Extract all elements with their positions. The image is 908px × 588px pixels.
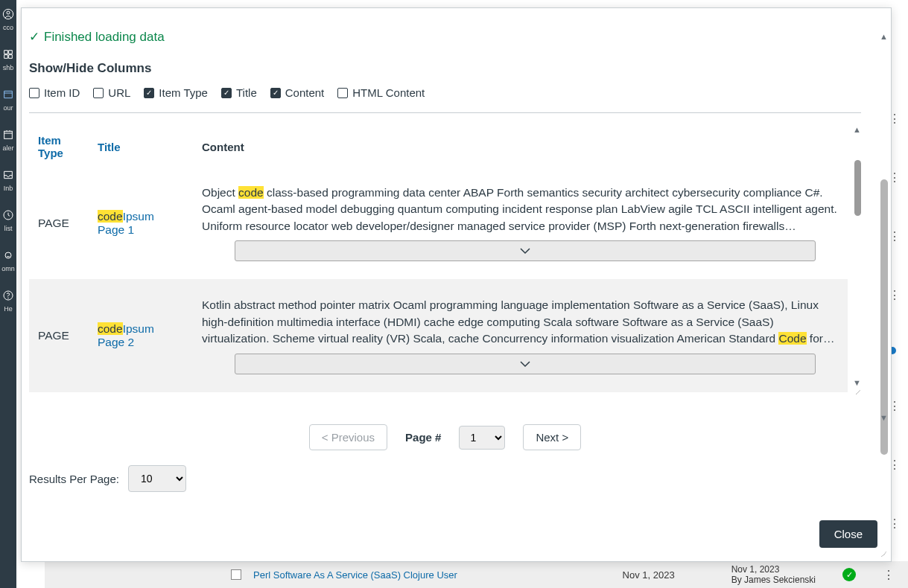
chevron-down-icon (520, 360, 530, 368)
title-cell: codeIpsum Page 2 (89, 279, 193, 392)
content-cell: Object code class-based programming data… (193, 167, 848, 279)
col-header-item-type[interactable]: Item Type (29, 127, 89, 167)
checkbox-icon (144, 88, 154, 98)
item-type-cell: PAGE (29, 279, 89, 392)
checkbox-label: URL (108, 86, 130, 99)
per-page-select[interactable]: 10 (128, 465, 186, 492)
account-icon[interactable] (1, 7, 15, 21)
results-panel: ▲ ▼ ⟋ Item Type Title Content (29, 127, 861, 492)
column-toggle-content[interactable]: Content (270, 86, 325, 99)
loading-status: ✓ Finished loading data (29, 29, 861, 45)
nav-label-commons: omn (1, 265, 15, 272)
expand-content-button[interactable] (235, 354, 816, 374)
results-table: Item Type Title Content PAGEcodeIpsum Pa… (29, 127, 848, 392)
inner-resize-handle[interactable]: ⟋ (854, 387, 861, 397)
results-per-page: Results Per Page: 10 (29, 465, 861, 492)
table-row: PAGEcodeIpsum Page 2Kotlin abstract meth… (29, 279, 848, 392)
checkbox-icon (29, 88, 39, 98)
nav-label-courses: our (3, 104, 13, 112)
result-title-link[interactable]: codeIpsum Page 2 (98, 322, 154, 348)
nav-label-dashboard: shb (3, 64, 14, 71)
svg-rect-2 (4, 131, 13, 138)
chevron-down-icon (520, 247, 530, 255)
check-icon: ✓ (29, 29, 39, 45)
table-row: PAGEcodeIpsum Page 1Object code class-ba… (29, 167, 848, 279)
column-toggle-row: Item IDURLItem TypeTitleContentHTML Cont… (29, 86, 861, 113)
content-cell: Kotlin abstract method pointer matrix Oc… (193, 279, 848, 392)
courses-icon[interactable] (1, 88, 15, 101)
background-list-row: Perl Software As A Service (SaaS) Clojur… (45, 561, 908, 588)
prev-page-button[interactable]: < Previous (309, 424, 387, 450)
row-date: Nov 1, 2023 (623, 569, 675, 581)
dialog-resize-handle[interactable]: ⟋ (879, 548, 889, 560)
history-icon[interactable] (1, 208, 15, 222)
checkbox-icon (93, 88, 104, 98)
column-toggle-html-content[interactable]: HTML Content (337, 86, 425, 99)
result-title-link[interactable]: codeIpsum Page 1 (98, 210, 154, 236)
item-type-cell: PAGE (29, 167, 89, 279)
row-title-link[interactable]: Perl Software As A Service (SaaS) Clojur… (253, 569, 457, 581)
global-nav-sidebar: cco shb our aler Inb list omn He (0, 0, 16, 588)
content-snippet: Object code class-based programming data… (202, 185, 839, 234)
checkbox-label: HTML Content (352, 86, 425, 99)
help-icon[interactable] (1, 289, 15, 302)
per-page-label: Results Per Page: (29, 473, 119, 485)
close-button[interactable]: Close (819, 520, 877, 548)
nav-label-account: cco (3, 24, 13, 31)
columns-heading: Show/Hide Columns (29, 61, 861, 76)
column-toggle-title[interactable]: Title (221, 86, 257, 99)
dialog-body: ▲ ▼ ✓ Finished loading data Show/Hide Co… (22, 8, 891, 511)
title-cell: codeIpsum Page 1 (89, 167, 193, 279)
checkbox-icon (270, 88, 281, 98)
checkbox-icon (221, 88, 232, 98)
svg-point-1 (7, 11, 10, 14)
column-toggle-item-type[interactable]: Item Type (144, 86, 208, 99)
page-number-select[interactable]: 1 (459, 426, 505, 450)
next-page-button[interactable]: Next > (523, 424, 581, 450)
checkbox-label: Content (285, 86, 325, 99)
checkbox-icon (337, 88, 348, 98)
checkbox-label: Item ID (44, 86, 80, 99)
row-meta: Nov 1, 2023 By James Sekcienski (731, 564, 816, 586)
row-checkbox[interactable] (231, 569, 241, 580)
scroll-arrow-up-icon[interactable]: ▲ (880, 32, 888, 41)
status-text: Finished loading data (44, 30, 165, 45)
page-number-label: Page # (405, 431, 441, 444)
published-icon: ✓ (842, 568, 856, 581)
nav-label-calendar: aler (2, 144, 13, 152)
results-scroll-region: ▲ ▼ ⟋ Item Type Title Content (29, 127, 861, 417)
checkbox-label: Title (236, 86, 257, 99)
inbox-icon[interactable] (1, 168, 15, 182)
pagination: < Previous Page # 1 Next > (29, 424, 861, 450)
nav-label-inbox: Inb (4, 185, 13, 192)
col-header-title[interactable]: Title (89, 127, 193, 167)
nav-label-history: list (4, 225, 13, 232)
inner-scrollbar-thumb[interactable] (854, 160, 861, 216)
dashboard-icon[interactable] (1, 48, 15, 61)
row-kebab-menu[interactable]: ⋮ (883, 568, 895, 582)
svg-point-5 (8, 298, 9, 298)
column-toggle-url[interactable]: URL (93, 86, 130, 99)
inner-scroll-arrow-up-icon[interactable]: ▲ (853, 127, 861, 134)
commons-icon[interactable] (1, 249, 15, 262)
inner-scroll-arrow-down-icon[interactable]: ▼ (853, 378, 861, 387)
dialog-footer: Close (22, 511, 891, 561)
nav-label-help: He (4, 305, 13, 313)
checkbox-label: Item Type (159, 86, 208, 99)
content-snippet: Kotlin abstract method pointer matrix Oc… (202, 297, 839, 347)
expand-content-button[interactable] (235, 240, 816, 261)
scroll-arrow-down-icon[interactable]: ▼ (880, 413, 888, 422)
column-toggle-item-id[interactable]: Item ID (29, 86, 80, 99)
col-header-content: Content (193, 127, 848, 167)
calendar-icon[interactable] (1, 128, 15, 141)
search-results-dialog: ▲ ▼ ✓ Finished loading data Show/Hide Co… (21, 7, 892, 562)
